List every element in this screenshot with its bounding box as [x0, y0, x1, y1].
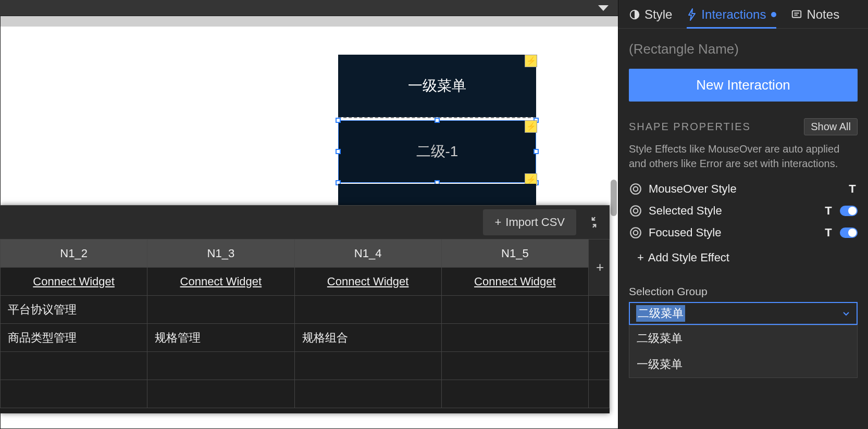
row-pad	[589, 324, 610, 352]
show-all-button[interactable]: Show All	[804, 118, 858, 135]
resize-handle-l[interactable]	[336, 149, 341, 154]
resize-handle-r[interactable]	[534, 149, 539, 154]
chevron-down-icon	[842, 309, 850, 318]
resize-handle-t[interactable]	[435, 118, 440, 123]
table-cell[interactable]	[147, 380, 294, 408]
shape-properties-header: SHAPE PROPERTIES	[629, 121, 751, 133]
target-icon	[629, 182, 642, 196]
connect-widget-link[interactable]: Connect Widget	[294, 268, 441, 296]
canvas-pane: 一级菜单 ⚡ 二级-1 ⚡ ⚡ + Imp	[0, 0, 618, 429]
widget-name-row	[618, 29, 868, 65]
svg-rect-1	[792, 11, 801, 18]
new-interaction-button[interactable]: New Interaction	[629, 69, 858, 102]
svg-point-8	[630, 228, 641, 238]
collapse-panel-icon[interactable]	[587, 215, 601, 230]
table-row	[1, 352, 610, 380]
tab-interactions[interactable]: Interactions	[687, 7, 776, 28]
plus-icon: +	[494, 216, 501, 229]
svg-point-4	[630, 184, 641, 194]
mouseover-style-label: MouseOver Style	[649, 182, 841, 196]
import-csv-label: Import CSV	[505, 216, 565, 229]
tab-notes[interactable]: Notes	[791, 7, 839, 28]
column-header[interactable]: N1_2	[1, 239, 147, 268]
data-table[interactable]: N1_2 N1_3 N1_4 N1_5 + Connect Widget Con…	[0, 239, 610, 413]
plus-icon: +	[637, 251, 644, 264]
target-icon	[629, 204, 642, 218]
shape-properties-header-row: SHAPE PROPERTIES Show All	[618, 112, 868, 140]
inspector-panel: Style Interactions Notes New Interaction…	[618, 0, 868, 429]
table-cell[interactable]	[147, 296, 294, 324]
text-style-indicator[interactable]: T	[823, 204, 834, 218]
mouseover-style-row[interactable]: MouseOver Style T	[618, 178, 868, 200]
table-cell[interactable]	[294, 352, 441, 380]
table-row	[1, 380, 610, 408]
dropdown-triangle-icon[interactable]	[598, 5, 609, 11]
canvas-topbar	[0, 0, 618, 16]
svg-point-9	[634, 231, 638, 235]
selection-group-combobox[interactable]: 二级菜单	[629, 302, 858, 325]
selected-widget-wrapper[interactable]: 二级-1	[338, 120, 536, 183]
focused-style-row[interactable]: Focused Style T	[618, 222, 868, 244]
lightning-icon[interactable]: ⚡	[525, 120, 537, 133]
table-cell[interactable]	[147, 352, 294, 380]
table-cell[interactable]: 商品类型管理	[1, 324, 147, 352]
table-cell[interactable]	[294, 296, 441, 324]
selected-style-row[interactable]: Selected Style T	[618, 200, 868, 222]
lightning-icon[interactable]: ⚡	[525, 55, 537, 67]
column-header[interactable]: N1_3	[147, 239, 294, 268]
add-column-button[interactable]: +	[589, 239, 610, 296]
selection-group-dropdown: 二级菜单 一级菜单	[629, 325, 858, 378]
focused-style-label: Focused Style	[649, 226, 817, 239]
table-cell[interactable]	[441, 380, 588, 408]
focused-style-toggle[interactable]	[840, 228, 858, 238]
text-style-indicator[interactable]: T	[847, 182, 858, 196]
table-cell[interactable]	[441, 324, 588, 352]
lightning-icon	[687, 8, 697, 21]
secondary-menu-widget[interactable]: 二级-1	[338, 120, 536, 183]
table-cell[interactable]	[441, 352, 588, 380]
resize-handle-tl[interactable]	[336, 118, 341, 123]
vertical-scrollbar[interactable]	[611, 180, 617, 216]
tab-style[interactable]: Style	[629, 7, 672, 28]
column-header[interactable]: N1_4	[294, 239, 441, 268]
selected-style-label: Selected Style	[649, 204, 817, 218]
row-pad	[589, 352, 610, 380]
add-style-effect-label: Add Style Effect	[648, 251, 729, 264]
table-cell[interactable]	[1, 352, 147, 380]
table-cell[interactable]	[294, 380, 441, 408]
tab-style-label: Style	[644, 7, 672, 22]
connect-widget-link[interactable]: Connect Widget	[1, 268, 147, 296]
table-cell[interactable]: 规格组合	[294, 324, 441, 352]
text-style-indicator[interactable]: T	[823, 226, 834, 239]
widget-name-input[interactable]	[629, 38, 858, 60]
table-cell[interactable]	[1, 380, 147, 408]
connect-widget-link[interactable]: Connect Widget	[441, 268, 588, 296]
repeater-data-panel: + Import CSV N1_2 N1_3 N1_4 N1_5 +	[0, 205, 610, 413]
table-cell[interactable]	[441, 296, 588, 324]
notes-icon	[791, 9, 802, 20]
dropdown-option[interactable]: 一级菜单	[629, 351, 857, 377]
table-row: 平台协议管理	[1, 296, 610, 324]
primary-menu-widget[interactable]: 一级菜单	[338, 55, 536, 117]
table-row: 商品类型管理规格管理规格组合	[1, 324, 610, 352]
svg-point-5	[634, 187, 638, 192]
table-cell[interactable]: 规格管理	[147, 324, 294, 352]
shape-properties-description: Style Effects like MouseOver are auto ap…	[618, 140, 868, 178]
svg-point-7	[634, 209, 638, 213]
table-header-row: N1_2 N1_3 N1_4 N1_5 +	[1, 239, 610, 268]
selected-style-toggle[interactable]	[840, 206, 858, 216]
import-csv-button[interactable]: + Import CSV	[483, 209, 576, 235]
table-cell[interactable]: 平台协议管理	[1, 296, 147, 324]
column-header[interactable]: N1_5	[441, 239, 588, 268]
svg-point-6	[630, 206, 641, 216]
tab-interactions-label: Interactions	[701, 7, 766, 22]
add-style-effect-button[interactable]: + Add Style Effect	[618, 244, 868, 275]
selection-group-value: 二级菜单	[636, 305, 685, 322]
target-icon	[629, 226, 642, 239]
dropdown-option[interactable]: 二级菜单	[629, 325, 857, 351]
half-circle-icon	[629, 9, 640, 20]
connect-widget-row: Connect Widget Connect Widget Connect Wi…	[1, 268, 610, 296]
data-panel-toolbar: + Import CSV	[0, 206, 610, 239]
connect-widget-link[interactable]: Connect Widget	[147, 268, 294, 296]
inspector-tabs: Style Interactions Notes	[618, 0, 868, 29]
